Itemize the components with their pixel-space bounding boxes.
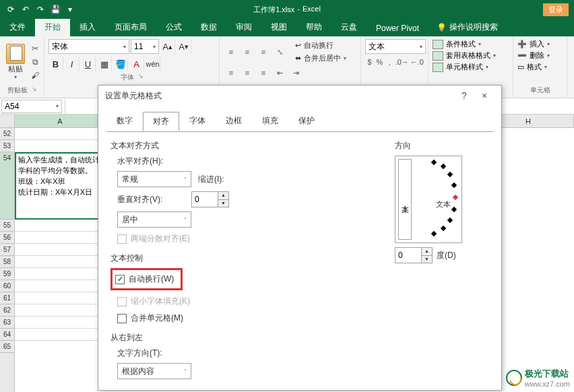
insert-cells-button[interactable]: ➕插入▾ bbox=[517, 39, 563, 49]
border-button[interactable]: ▦ bbox=[97, 57, 112, 71]
column-header[interactable]: A bbox=[15, 115, 106, 127]
help-button[interactable]: ? bbox=[454, 90, 474, 101]
tab-cloud[interactable]: 云盘 bbox=[331, 18, 366, 36]
wrap-text-checkbox[interactable] bbox=[115, 275, 125, 284]
orientation-handle[interactable] bbox=[453, 195, 458, 200]
text-direction-select[interactable]: 根据内容˅ bbox=[117, 363, 191, 379]
row-header[interactable]: 53 bbox=[0, 140, 14, 152]
merge-center-button[interactable]: ⬌合并后居中▾ bbox=[294, 52, 348, 65]
row-header[interactable]: 63 bbox=[0, 317, 14, 329]
orientation-icon[interactable]: ⤡ bbox=[272, 45, 287, 59]
tab-insert[interactable]: 插入 bbox=[70, 18, 105, 36]
degree-spinner[interactable]: ▲▼ bbox=[395, 247, 433, 263]
comma-icon[interactable]: , bbox=[385, 55, 394, 69]
row-header[interactable]: 54 bbox=[0, 152, 14, 220]
orientation-vertical-text[interactable]: 文本 bbox=[398, 159, 412, 240]
grid-cell[interactable] bbox=[15, 317, 106, 329]
tab-protect[interactable]: 保护 bbox=[288, 111, 325, 131]
copy-icon[interactable]: ⧉ bbox=[29, 56, 41, 68]
row-header[interactable]: 57 bbox=[0, 244, 14, 256]
bold-button[interactable]: B bbox=[49, 57, 63, 71]
grid-cell[interactable] bbox=[15, 140, 106, 152]
number-format-combo[interactable]: 文本▾ bbox=[365, 39, 426, 54]
horizontal-align-select[interactable]: 常规˅ bbox=[117, 171, 191, 187]
grid-cell[interactable] bbox=[15, 280, 106, 292]
tab-powerpivot[interactable]: Power Pivot bbox=[366, 20, 428, 36]
spinner-down-icon[interactable]: ▼ bbox=[422, 256, 432, 263]
align-left-icon[interactable]: ≡ bbox=[224, 66, 238, 79]
row-header[interactable]: 55 bbox=[0, 220, 14, 232]
increase-indent-icon[interactable]: ⇥ bbox=[288, 66, 303, 79]
phonetic-button[interactable]: wén bbox=[146, 57, 160, 71]
name-box[interactable]: A54▾ bbox=[1, 100, 62, 113]
format-cells-button[interactable]: ▭格式▾ bbox=[517, 62, 563, 72]
row-header[interactable]: 62 bbox=[0, 304, 14, 317]
spinner-down-icon[interactable]: ▼ bbox=[218, 200, 228, 207]
row-header[interactable]: 58 bbox=[0, 256, 14, 268]
cell-style-button[interactable]: 单元格样式▾ bbox=[433, 62, 509, 72]
format-painter-icon[interactable]: 🖌 bbox=[29, 69, 41, 81]
fill-color-button[interactable]: 🪣 bbox=[113, 57, 128, 71]
align-right-icon[interactable]: ≡ bbox=[256, 66, 271, 79]
decrease-decimal-icon[interactable]: ←.0 bbox=[410, 55, 424, 69]
select-all-corner[interactable] bbox=[0, 115, 14, 128]
row-header[interactable]: 59 bbox=[0, 268, 14, 280]
grid-cell[interactable] bbox=[15, 244, 106, 256]
autosave-icon[interactable]: ⟳ bbox=[5, 4, 16, 15]
dialog-launcher-icon[interactable]: ↘ bbox=[138, 73, 144, 82]
merge-cells-checkbox[interactable] bbox=[117, 314, 127, 323]
vertical-align-select[interactable]: 居中˅ bbox=[117, 211, 191, 228]
font-name-combo[interactable]: 宋体▾ bbox=[49, 39, 129, 54]
align-middle-icon[interactable]: ≡ bbox=[240, 45, 255, 59]
tab-view[interactable]: 视图 bbox=[261, 18, 296, 36]
degree-input[interactable] bbox=[395, 248, 421, 263]
font-size-combo[interactable]: 11▾ bbox=[131, 39, 159, 54]
row-header[interactable]: 60 bbox=[0, 280, 14, 292]
tab-file[interactable]: 文件 bbox=[0, 18, 35, 36]
tab-data[interactable]: 数据 bbox=[191, 18, 226, 36]
tab-fill[interactable]: 填充 bbox=[252, 111, 288, 131]
grid-cell[interactable] bbox=[15, 220, 106, 232]
wrap-text-button[interactable]: ↩自动换行 bbox=[294, 39, 348, 52]
indent-input[interactable] bbox=[192, 192, 218, 207]
tab-font[interactable]: 字体 bbox=[179, 111, 216, 131]
indent-spinner[interactable]: ▲▼ bbox=[191, 191, 229, 207]
selected-cell[interactable]: 输入学生成绩，自动统计学科的平均分等数据。 班级：X年X班 统计日期：X年X月X… bbox=[15, 152, 106, 220]
grid-cell[interactable] bbox=[15, 292, 106, 304]
underline-button[interactable]: U bbox=[81, 57, 96, 71]
currency-icon[interactable]: $ bbox=[365, 55, 374, 69]
grid-cell[interactable] bbox=[15, 304, 106, 317]
spinner-up-icon[interactable]: ▲ bbox=[422, 248, 432, 256]
row-header[interactable]: 56 bbox=[0, 232, 14, 244]
close-button[interactable]: × bbox=[474, 90, 495, 101]
undo-icon[interactable]: ↶ bbox=[20, 4, 31, 15]
align-bottom-icon[interactable]: ≡ bbox=[256, 45, 271, 59]
tab-review[interactable]: 审阅 bbox=[226, 18, 261, 36]
conditional-format-button[interactable]: 条件格式▾ bbox=[433, 39, 509, 49]
redo-icon[interactable]: ↷ bbox=[35, 4, 46, 15]
tab-alignment[interactable]: 对齐 bbox=[143, 112, 179, 131]
tab-border[interactable]: 边框 bbox=[216, 111, 252, 131]
tab-number[interactable]: 数字 bbox=[106, 111, 143, 131]
tell-me-search[interactable]: 💡 操作说明搜索 bbox=[428, 18, 506, 36]
tab-layout[interactable]: 页面布局 bbox=[105, 18, 156, 36]
table-format-button[interactable]: 套用表格格式▾ bbox=[433, 51, 509, 61]
tab-home[interactable]: 开始 bbox=[35, 18, 70, 36]
tab-help[interactable]: 帮助 bbox=[296, 18, 331, 36]
qat-dropdown-icon[interactable]: ▾ bbox=[65, 4, 75, 15]
grid-cell[interactable] bbox=[15, 232, 106, 244]
orientation-control[interactable]: 文本 文本 bbox=[395, 156, 462, 243]
grid-cell[interactable] bbox=[15, 268, 106, 280]
decrease-indent-icon[interactable]: ⇤ bbox=[272, 66, 287, 79]
login-button[interactable]: 登录 bbox=[543, 3, 569, 16]
row-header[interactable]: 52 bbox=[0, 128, 14, 140]
increase-font-icon[interactable]: A▴ bbox=[160, 39, 175, 54]
grid-cell[interactable] bbox=[15, 329, 106, 341]
percent-icon[interactable]: % bbox=[375, 55, 384, 69]
row-header[interactable]: 64 bbox=[0, 329, 14, 341]
align-center-icon[interactable]: ≡ bbox=[240, 66, 255, 79]
italic-button[interactable]: I bbox=[65, 57, 79, 71]
row-header[interactable]: 65 bbox=[0, 341, 14, 353]
font-color-button[interactable]: A bbox=[129, 57, 144, 71]
row-header[interactable]: 61 bbox=[0, 292, 14, 304]
